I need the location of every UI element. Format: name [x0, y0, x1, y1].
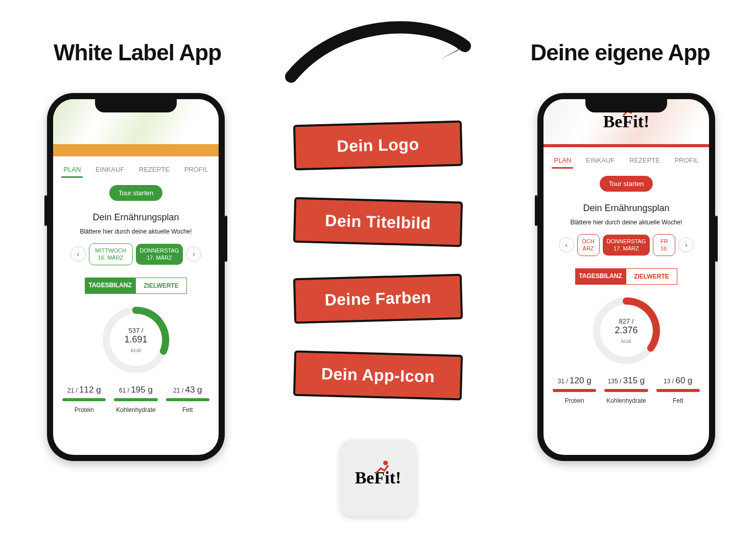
tab-einkauf[interactable]: EINKAUF [93, 163, 126, 178]
day-date: ÄRZ [582, 245, 595, 252]
macro-tot: 120 g [570, 376, 592, 385]
tab-plan[interactable]: PLAN [552, 153, 573, 169]
macros-row: 21 / 112 g Protein 61 / 195 g Kohlenhydr… [53, 385, 219, 413]
macro-bar [553, 389, 596, 392]
macros-row: 31 / 120 g Protein 135 / 315 g Kohlenhyd… [544, 376, 709, 404]
section-subtitle: Blättere hier durch deine aktuelle Woche… [544, 219, 709, 226]
section-title: Dein Ernährungsplan [53, 212, 219, 223]
macro-cur: 31 / [558, 378, 568, 385]
segment-tagesbilanz[interactable]: TAGESBILANZ [575, 268, 626, 285]
day-pill-thursday[interactable]: DONNERSTAG 17. MÄRZ [136, 244, 183, 265]
phone-branded: BeFit! PLAN EINKAUF REZEPTE PROFIL Tour … [537, 93, 715, 461]
day-pill-prev[interactable]: OCH ÄRZ [577, 234, 600, 256]
section-title: Dein Ernährungsplan [544, 203, 709, 214]
macro-bar [604, 389, 648, 392]
hero-brand-logo: BeFit! [603, 112, 650, 131]
gauge-current: 827 / [619, 317, 634, 325]
phone-white-label: PLAN EINKAUF REZEPTE PROFIL Tour starten… [47, 93, 225, 461]
day-pill-thursday[interactable]: DONNERSTAG 17. MÄRZ [603, 235, 650, 256]
macro-bar [114, 398, 157, 401]
macro-tot: 60 g [675, 376, 692, 385]
heading-own-app: Deine eigene App [530, 40, 710, 65]
macro-fat: 13 / 60 g Fett [652, 376, 704, 404]
arrow-icon [276, 10, 490, 87]
heading-white-label: White Label App [54, 40, 221, 65]
day-name: FR [657, 238, 671, 245]
app-icon-tile: BeFit! [340, 440, 416, 516]
segment-control: TAGESBILANZ ZIELWERTE [575, 268, 677, 285]
phone-notch [95, 99, 177, 112]
prev-day-button[interactable]: ‹ [70, 246, 86, 262]
tab-profil[interactable]: PROFIL [673, 153, 701, 169]
macro-label: Protein [58, 406, 110, 413]
calorie-gauge: 537 / 1.691 kcal [100, 304, 172, 376]
day-date: 18. [657, 245, 671, 252]
macro-bar [166, 398, 209, 401]
notice-strip [53, 144, 219, 156]
badge-logo: Dein Logo [293, 121, 463, 171]
day-name: DONNERSTAG [140, 247, 179, 254]
gauge-unit: kcal [621, 338, 631, 344]
macro-cur: 13 / [664, 378, 674, 385]
day-date: 16. MÄRZ [93, 254, 128, 261]
tab-bar: PLAN EINKAUF REZEPTE PROFIL [544, 147, 709, 169]
tab-bar: PLAN EINKAUF REZEPTE PROFIL [53, 156, 219, 178]
day-date: 17. MÄRZ [607, 245, 646, 252]
macro-tot: 315 g [623, 376, 645, 385]
app-icon-logo: BeFit! [355, 468, 401, 488]
macro-label: Kohlenhydrate [600, 397, 652, 404]
tab-einkauf[interactable]: EINKAUF [584, 153, 617, 169]
macro-cur: 135 / [608, 378, 622, 385]
tab-profil[interactable]: PROFIL [182, 163, 210, 178]
runner-icon [373, 460, 392, 475]
next-day-button[interactable]: › [186, 246, 201, 262]
phone-notch [585, 99, 667, 112]
macro-protein: 31 / 120 g Protein [549, 376, 600, 404]
svg-point-3 [383, 461, 388, 465]
segment-control: TAGESBILANZ ZIELWERTE [85, 278, 187, 294]
gauge-target: 1.691 [124, 334, 147, 345]
day-selector: ‹ OCH ÄRZ DONNERSTAG 17. MÄRZ FR 18. › [544, 234, 709, 256]
macro-label: Protein [549, 397, 600, 404]
macro-bar [62, 398, 106, 401]
gauge-unit: kcal [131, 347, 141, 353]
macro-cur: 21 / [67, 387, 78, 394]
day-pill-next[interactable]: FR 18. [653, 234, 675, 256]
macro-label: Fett [162, 406, 214, 413]
macro-bar [656, 389, 700, 392]
macro-tot: 112 g [79, 385, 101, 395]
day-name: OCH [582, 238, 595, 245]
segment-tagesbilanz[interactable]: TAGESBILANZ [85, 278, 135, 294]
macro-fat: 21 / 43 g Fett [162, 385, 214, 413]
macro-carbs: 61 / 195 g Kohlenhydrate [110, 385, 161, 413]
section-subtitle: Blättere hier durch deine aktuelle Woche… [53, 228, 219, 235]
tab-plan[interactable]: PLAN [61, 163, 83, 178]
macro-carbs: 135 / 315 g Kohlenhydrate [600, 376, 652, 404]
macro-label: Fett [652, 397, 704, 404]
day-selector: ‹ MITTWOCH 16. MÄRZ DONNERSTAG 17. MÄRZ … [53, 243, 219, 265]
macro-cur: 61 / [119, 387, 129, 394]
gauge-current: 537 / [129, 327, 144, 334]
macro-cur: 21 / [173, 387, 183, 394]
macro-tot: 43 g [185, 385, 202, 395]
tab-rezepte[interactable]: REZEPTE [137, 163, 172, 178]
segment-zielwerte[interactable]: ZIELWERTE [135, 278, 187, 294]
day-name: MITTWOCH [93, 247, 128, 254]
macro-protein: 21 / 112 g Protein [58, 385, 110, 413]
tab-rezepte[interactable]: REZEPTE [627, 153, 662, 169]
badge-app-icon: Dein App-Icon [293, 351, 463, 401]
day-name: DONNERSTAG [607, 238, 646, 245]
macro-label: Kohlenhydrate [110, 406, 161, 413]
macro-tot: 195 g [131, 385, 153, 395]
next-day-button[interactable]: › [678, 237, 694, 252]
day-pill-wednesday[interactable]: MITTWOCH 16. MÄRZ [89, 243, 133, 265]
tour-start-button[interactable]: Tour starten [109, 185, 163, 201]
prev-day-button[interactable]: ‹ [559, 237, 574, 252]
gauge-target: 2.376 [615, 325, 637, 336]
tour-start-button[interactable]: Tour starten [600, 176, 653, 192]
segment-zielwerte[interactable]: ZIELWERTE [626, 268, 677, 285]
calorie-gauge: 827 / 2.376 kcal [590, 295, 662, 366]
badge-farben: Deine Farben [293, 274, 463, 324]
day-date: 17. MÄRZ [140, 254, 179, 261]
badge-titelbild: Dein Titelbild [293, 197, 463, 247]
